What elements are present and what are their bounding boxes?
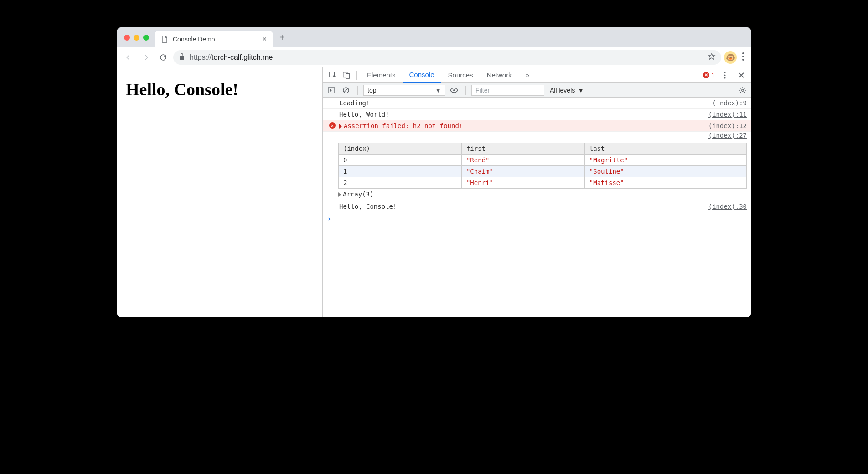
table-cell: "Henri" [461, 177, 584, 189]
table-cell: 0 [339, 155, 462, 166]
close-devtools-icon[interactable] [735, 69, 748, 82]
svg-point-8 [724, 77, 725, 78]
chevron-down-icon: ▼ [435, 87, 441, 94]
separator [465, 86, 466, 95]
tab-elements[interactable]: Elements [361, 67, 402, 83]
svg-point-0 [742, 52, 744, 54]
source-link[interactable]: (index):9 [708, 99, 747, 107]
browser-toolbar: https://torch-calf.glitch.me 🐵 [117, 47, 751, 67]
address-bar[interactable]: https://torch-calf.glitch.me [173, 50, 721, 65]
clear-console-icon[interactable] [340, 84, 352, 96]
console-toolbar: top ▼ Filter All levels ▼ [323, 83, 751, 98]
svg-rect-5 [346, 73, 349, 78]
minimize-window-icon[interactable] [134, 35, 140, 41]
live-expression-icon[interactable] [448, 84, 460, 96]
error-icon: ✕ [329, 122, 336, 129]
table-header[interactable]: first [461, 143, 584, 155]
table-source-row: (index):27 [323, 132, 751, 141]
data-table: (index) first last 0 "René" "Magritte" [338, 143, 747, 189]
content-area: Hello, Console! Elements Console Sources… [117, 67, 751, 317]
inspect-element-icon[interactable] [326, 69, 339, 82]
table-cell: "Soutine" [584, 166, 746, 177]
error-icon: ✕ [703, 72, 709, 78]
svg-point-11 [453, 89, 455, 91]
page-icon [161, 36, 168, 43]
error-count-badge[interactable]: ✕ 1 [703, 72, 715, 79]
expand-icon[interactable] [339, 124, 342, 129]
svg-point-12 [742, 89, 744, 91]
page-heading: Hello, Console! [126, 79, 313, 99]
table-cell: "Chaim" [461, 166, 584, 177]
svg-point-1 [742, 56, 744, 57]
close-tab-icon[interactable]: × [263, 35, 267, 43]
log-message: Loading! (index):9 [323, 98, 751, 109]
devtools-tabbar: Elements Console Sources Network » ✕ 1 [323, 67, 751, 83]
device-mode-icon[interactable] [340, 69, 353, 82]
log-text: Hello, World! [337, 111, 704, 118]
window-controls [122, 35, 155, 41]
browser-menu-icon[interactable] [739, 52, 747, 62]
url-text: https://torch-calf.glitch.me [190, 53, 273, 62]
maximize-window-icon[interactable] [143, 35, 149, 41]
source-link[interactable]: (index):30 [704, 203, 747, 210]
tabs-overflow[interactable]: » [519, 67, 536, 83]
table-header[interactable]: last [584, 143, 746, 155]
log-text: Hello, Console! [337, 203, 704, 210]
tab-title: Console Demo [173, 36, 258, 43]
prompt-icon: › [327, 215, 331, 222]
forward-button[interactable] [139, 50, 153, 65]
tab-network[interactable]: Network [480, 67, 518, 83]
console-prompt[interactable]: › [323, 212, 751, 225]
error-message[interactable]: ✕ Assertion failed: h2 not found! (index… [323, 120, 751, 132]
log-message: Hello, World! (index):11 [323, 109, 751, 120]
source-link[interactable]: (index):11 [704, 111, 747, 118]
context-selector[interactable]: top ▼ [363, 85, 445, 96]
lock-icon [179, 53, 185, 62]
table-row: 1 "Chaim" "Soutine" [339, 166, 747, 177]
source-link[interactable]: (index):27 [708, 132, 747, 139]
devtools-menu-icon[interactable] [718, 69, 731, 82]
table-cell: 2 [339, 177, 462, 189]
svg-point-7 [724, 74, 725, 76]
profile-avatar[interactable]: 🐵 [724, 51, 737, 64]
svg-point-2 [742, 59, 744, 61]
tab-strip: Console Demo × + [117, 27, 751, 47]
console-output: Loading! (index):9 Hello, World! (index)… [323, 98, 751, 317]
table-cell: 1 [339, 166, 462, 177]
toggle-sidebar-icon[interactable] [326, 84, 337, 96]
log-levels-selector[interactable]: All levels ▼ [547, 87, 587, 94]
array-summary[interactable]: Array(3) [338, 189, 747, 198]
browser-tab[interactable]: Console Demo × [155, 31, 273, 47]
filter-placeholder: Filter [475, 87, 490, 94]
svg-point-6 [724, 72, 725, 73]
log-text: Assertion failed: h2 not found! [337, 122, 704, 129]
table-cell: "René" [461, 155, 584, 166]
tab-sources[interactable]: Sources [442, 67, 480, 83]
chevron-down-icon: ▼ [578, 87, 584, 94]
table-header[interactable]: (index) [339, 143, 462, 155]
table-row: 2 "Henri" "Matisse" [339, 177, 747, 189]
log-message: Hello, Console! (index):30 [323, 201, 751, 212]
source-link[interactable]: (index):12 [704, 122, 747, 129]
rendered-page: Hello, Console! [117, 67, 323, 317]
new-tab-button[interactable]: + [279, 32, 285, 43]
filter-input[interactable]: Filter [471, 85, 544, 96]
separator [356, 71, 357, 80]
console-table: (index) first last 0 "René" "Magritte" [323, 141, 751, 201]
back-button[interactable] [121, 50, 136, 65]
text-cursor [335, 215, 335, 222]
error-count: 1 [711, 72, 715, 79]
expand-icon[interactable] [338, 192, 341, 197]
log-levels-label: All levels [550, 87, 575, 94]
separator [357, 86, 358, 95]
table-row: 0 "René" "Magritte" [339, 155, 747, 166]
console-settings-icon[interactable] [737, 84, 749, 96]
browser-window: Console Demo × + https://torch-calf.glit… [117, 27, 751, 317]
devtools-panel: Elements Console Sources Network » ✕ 1 [323, 67, 751, 317]
close-window-icon[interactable] [124, 35, 130, 41]
table-cell: "Matisse" [584, 177, 746, 189]
bookmark-star-icon[interactable] [708, 52, 716, 62]
reload-button[interactable] [156, 50, 170, 65]
table-cell: "Magritte" [584, 155, 746, 166]
tab-console[interactable]: Console [403, 67, 441, 83]
